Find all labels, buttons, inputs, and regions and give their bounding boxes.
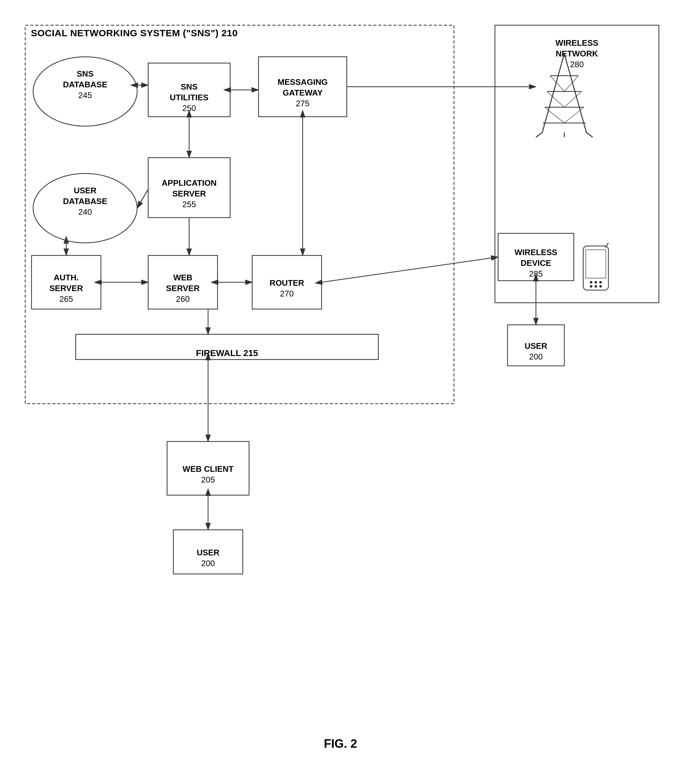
sns-database-label: SNSDATABASE245 [33, 69, 137, 101]
svg-rect-53 [586, 250, 606, 278]
svg-point-56 [599, 281, 602, 284]
svg-line-25 [137, 189, 148, 208]
svg-point-54 [590, 281, 592, 284]
user-bottom-label: USER200 [173, 536, 243, 580]
svg-line-38 [564, 54, 586, 133]
tower-icon [533, 50, 596, 140]
user-database-label: USERDATABASE240 [33, 185, 137, 217]
web-server-label: WEBSERVER260 [148, 262, 217, 315]
svg-line-49 [536, 133, 542, 137]
svg-point-55 [595, 281, 597, 284]
user-right-label: USER200 [508, 331, 564, 372]
application-server-label: APPLICATIONSERVER255 [148, 164, 230, 224]
sns-label: SOCIAL NETWORKING SYSTEM ("SNS") 210 [31, 28, 238, 38]
svg-point-59 [599, 285, 602, 288]
sns-utilities-label: SNSUTILITIES250 [148, 71, 230, 125]
svg-line-48 [564, 107, 584, 123]
router-label: ROUTER270 [252, 262, 321, 315]
svg-line-34 [321, 257, 498, 282]
auth-server-label: AUTH.SERVER265 [31, 262, 101, 315]
svg-line-50 [586, 133, 593, 137]
phone-icon [577, 243, 615, 301]
svg-line-47 [545, 107, 564, 123]
messaging-gateway-label: MESSAGINGGATEWAY275 [258, 63, 347, 123]
svg-point-58 [595, 285, 597, 288]
svg-point-57 [590, 285, 592, 288]
web-client-label: WEB CLIENT205 [167, 448, 249, 502]
svg-line-37 [542, 54, 564, 133]
figure-label: FIG. 2 [324, 737, 357, 751]
firewall-label: FIREWALL 215 [76, 341, 378, 366]
wireless-device-label: WIRELESSDEVICE285 [498, 240, 574, 287]
